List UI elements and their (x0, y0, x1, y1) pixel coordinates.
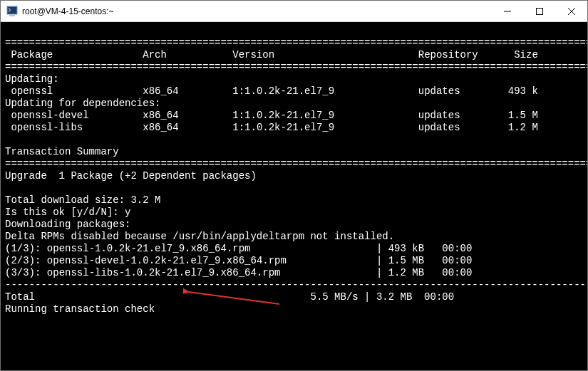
separator: ========================================… (5, 158, 583, 170)
section-updating: Updating: (5, 73, 583, 85)
blank-line (5, 134, 583, 146)
delta-rpms-notice: Delta RPMs disabled because /usr/bin/app… (5, 231, 583, 243)
titlebar[interactable]: root@VM-4-15-centos:~ (1, 1, 587, 22)
download-row: (3/3): openssl-libs-1.0.2k-21.el7_9.x86_… (5, 267, 583, 279)
prompt-answer: y (125, 207, 130, 218)
total-row: Total 5.5 MB/s | 3.2 MB 00:00 (5, 291, 583, 303)
svg-rect-2 (9, 15, 15, 16)
window-controls (491, 1, 587, 21)
upgrade-summary: Upgrade 1 Package (+2 Dependent packages… (5, 170, 583, 182)
download-row: (1/3): openssl-1.0.2k-21.el7_9.x86_64.rp… (5, 243, 583, 255)
downloading-packages: Downloading packages: (5, 219, 583, 231)
window-title: root@VM-4-15-centos:~ (22, 6, 491, 16)
svg-rect-4 (536, 8, 542, 14)
package-row: openssl-devel x86_64 1:1.0.2k-21.el7_9 u… (5, 110, 583, 122)
blank-line (5, 25, 583, 37)
maximize-button[interactable] (523, 1, 555, 21)
column-headers: Package Arch Version Repository Size (5, 49, 583, 61)
running-check: Running transaction check (5, 303, 583, 315)
separator: ----------------------------------------… (5, 279, 583, 291)
package-row: openssl x86_64 1:1.0.2k-21.el7_9 updates… (5, 85, 583, 98)
total-download-size: Total download size: 3.2 M (5, 194, 583, 207)
minimize-button[interactable] (491, 1, 523, 21)
separator: ========================================… (5, 37, 583, 49)
terminal-window: root@VM-4-15-centos:~ ==================… (0, 0, 588, 371)
download-row: (2/3): openssl-devel-1.0.2k-21.el7_9.x86… (5, 255, 583, 267)
transaction-summary: Transaction Summary (5, 146, 583, 158)
putty-icon (6, 6, 18, 17)
package-row: openssl-libs x86_64 1:1.0.2k-21.el7_9 up… (5, 122, 583, 134)
blank-line (5, 182, 583, 194)
confirm-prompt: Is this ok [y/d/N]: y (5, 207, 583, 219)
separator: ========================================… (5, 61, 583, 73)
terminal-body[interactable]: ========================================… (1, 22, 587, 370)
section-updating-deps: Updating for dependencies: (5, 98, 583, 110)
close-button[interactable] (555, 1, 587, 21)
